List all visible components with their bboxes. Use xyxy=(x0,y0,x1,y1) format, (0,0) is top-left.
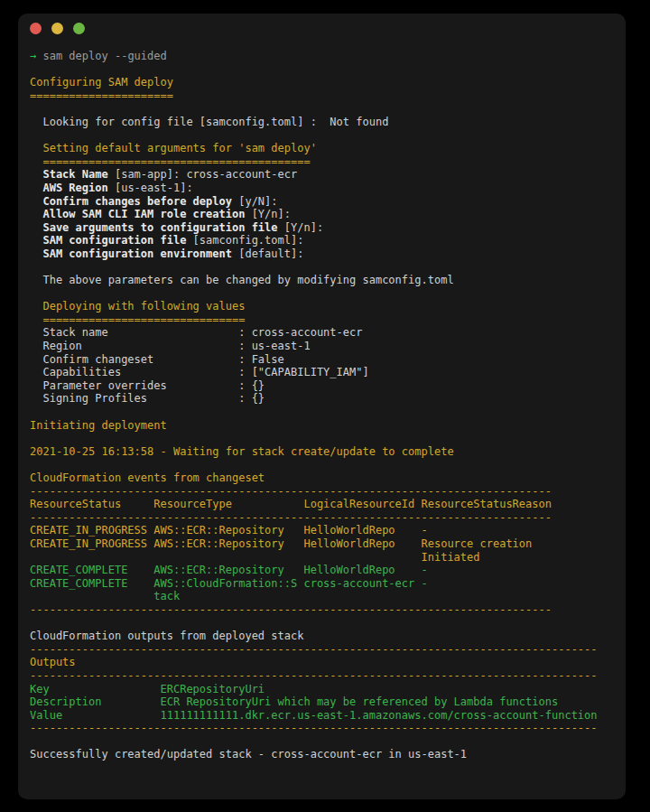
window-titlebar xyxy=(18,14,626,43)
terminal-line: Allow SAM CLI IAM role creation [Y/n]: xyxy=(30,208,291,220)
terminal-text: ----------------------------------------… xyxy=(30,722,598,734)
terminal-line: Capabilities : ["CAPABILITY_IAM"] xyxy=(30,366,369,378)
terminal-line: Description ECR RepositoryUri which may … xyxy=(30,695,558,708)
table-row: CREATE_COMPLETE AWS::ECR::Repository Hel… xyxy=(30,564,428,576)
section-title: Configuring SAM deploy xyxy=(30,76,173,89)
terminal-line: Confirm changes before deploy [y/N]: xyxy=(30,195,278,208)
terminal-text: ========================================… xyxy=(30,155,311,168)
terminal-text: Parameter overrides : {} xyxy=(30,379,265,392)
table-row: CREATE_COMPLETE AWS::CloudFormation::S c… xyxy=(30,577,428,590)
terminal-text: [sam-app]: cross-account-ecr xyxy=(108,168,298,181)
terminal-line: CREATE_COMPLETE AWS::ECR::Repository Hel… xyxy=(30,564,428,576)
table-row: CREATE_IN_PROGRESS AWS::ECR::Repository … xyxy=(30,537,532,550)
terminal-line: Initiated xyxy=(30,551,480,564)
terminal-text: Confirm changeset : False xyxy=(30,353,284,366)
terminal-line: The above parameters can be changed by m… xyxy=(30,274,454,286)
terminal-text: ----------------------------------------… xyxy=(30,511,552,524)
section-title: Initiating deployment xyxy=(30,419,167,432)
terminal-line: Configuring SAM deploy xyxy=(30,76,173,89)
terminal-line: ----------------------------------------… xyxy=(30,485,552,498)
success-message: Successfully created/updated stack - cro… xyxy=(30,748,467,761)
table-row: CREATE_IN_PROGRESS AWS::ECR::Repository … xyxy=(30,524,428,537)
terminal-line: Save arguments to configuration file [Y/… xyxy=(30,221,323,234)
table-row-continuation: tack xyxy=(30,590,180,602)
terminal-line: Initiating deployment xyxy=(30,419,167,432)
table-header: ResourceStatus ResourceType LogicalResou… xyxy=(30,498,552,510)
terminal-line: CREATE_COMPLETE AWS::CloudFormation::S c… xyxy=(30,577,428,590)
terminal-text: Stack Name xyxy=(30,168,108,181)
terminal-line: SAM configuration environment [default]: xyxy=(30,247,303,260)
terminal-text: ----------------------------------------… xyxy=(30,485,552,498)
terminal-line: Looking for config file [samconfig.toml]… xyxy=(30,116,388,128)
terminal-text: [Y/n]: xyxy=(278,221,324,234)
terminal-text: The above parameters can be changed by m… xyxy=(30,274,454,286)
output-value: Value 111111111111.dkr.ecr.us-east-1.ama… xyxy=(30,709,598,722)
terminal-text: [y/N]: xyxy=(232,195,278,208)
terminal-text: [us-east-1]: xyxy=(108,182,193,194)
terminal-line: =============================== xyxy=(30,313,245,326)
terminal-text: Confirm changes before deploy xyxy=(30,195,232,208)
terminal-text: Looking for config file [samconfig.toml]… xyxy=(30,116,388,128)
section-title: Deploying with following values xyxy=(30,300,245,313)
terminal-line: Value 111111111111.dkr.ecr.us-east-1.ama… xyxy=(30,709,598,722)
terminal-line: Stack name : cross-account-ecr xyxy=(30,326,362,339)
terminal-line: 2021-10-25 16:13:58 - Waiting for stack … xyxy=(30,445,454,458)
terminal-line: Successfully created/updated stack - cro… xyxy=(30,748,467,761)
terminal-line: ----------------------------------------… xyxy=(30,643,598,656)
terminal-line: CREATE_IN_PROGRESS AWS::ECR::Repository … xyxy=(30,524,428,537)
terminal-text: Stack name : cross-account-ecr xyxy=(30,326,362,339)
terminal-line: Key ERCRepositoryUri xyxy=(30,683,265,695)
terminal-text: Signing Profiles : {} xyxy=(30,392,265,405)
output-description: Description ECR RepositoryUri which may … xyxy=(30,695,558,708)
minimize-button-icon[interactable] xyxy=(51,23,63,34)
terminal-line: AWS Region [us-east-1]: xyxy=(30,182,193,194)
terminal-line: ----------------------------------------… xyxy=(30,669,598,682)
terminal-line: CloudFormation outputs from deployed sta… xyxy=(30,630,303,642)
terminal-text: ====================== xyxy=(30,89,173,102)
terminal-line: ----------------------------------------… xyxy=(30,722,598,734)
terminal-text: ----------------------------------------… xyxy=(30,669,598,682)
terminal-text: [samconfig.toml]: xyxy=(186,234,303,247)
terminal-line: CREATE_IN_PROGRESS AWS::ECR::Repository … xyxy=(30,537,532,550)
terminal-text: AWS Region xyxy=(30,182,108,194)
terminal-line: Setting default arguments for 'sam deplo… xyxy=(30,142,317,154)
zoom-button-icon[interactable] xyxy=(73,23,85,34)
terminal-line: Signing Profiles : {} xyxy=(30,392,265,405)
terminal-window: → sam deploy --guided Configuring SAM de… xyxy=(18,14,626,799)
terminal-line: tack xyxy=(30,590,180,602)
table-row-continuation: Initiated xyxy=(30,551,480,564)
terminal-output: → sam deploy --guided Configuring SAM de… xyxy=(18,43,626,761)
terminal-line: ResourceStatus ResourceType LogicalResou… xyxy=(30,498,552,510)
terminal-line: Parameter overrides : {} xyxy=(30,379,265,392)
terminal-text: Region : us-east-1 xyxy=(30,340,311,352)
terminal-line: CloudFormation events from changeset xyxy=(30,471,265,484)
section-title: CloudFormation events from changeset xyxy=(30,471,265,484)
terminal-text: Capabilities : ["CAPABILITY_IAM"] xyxy=(30,366,369,378)
terminal-text: SAM configuration file xyxy=(30,234,186,247)
terminal-text: ----------------------------------------… xyxy=(30,603,552,616)
status-message: 2021-10-25 16:13:58 - Waiting for stack … xyxy=(30,445,454,458)
terminal-text: [Y/n]: xyxy=(245,208,291,220)
terminal-text: ----------------------------------------… xyxy=(30,643,598,656)
terminal-line: ====================== xyxy=(30,89,173,102)
output-key: Key ERCRepositoryUri xyxy=(30,683,265,695)
terminal-line: ----------------------------------------… xyxy=(30,511,552,524)
section-title: Outputs xyxy=(30,656,76,668)
terminal-line: Confirm changeset : False xyxy=(30,353,284,366)
terminal-text: Allow SAM CLI IAM role creation xyxy=(30,208,245,220)
terminal-text: [default]: xyxy=(232,247,303,260)
terminal-line: ========================================… xyxy=(30,155,311,168)
terminal-line: Outputs xyxy=(30,656,76,668)
terminal-line: → sam deploy --guided xyxy=(30,50,167,62)
terminal-line: Region : us-east-1 xyxy=(30,340,311,352)
terminal-line: SAM configuration file [samconfig.toml]: xyxy=(30,234,303,247)
close-button-icon[interactable] xyxy=(30,23,42,34)
terminal-text: Save arguments to configuration file xyxy=(30,221,278,234)
command-text: sam deploy --guided xyxy=(36,50,167,62)
terminal-text: =============================== xyxy=(30,313,245,326)
terminal-text: SAM configuration environment xyxy=(30,247,232,260)
terminal-line: ----------------------------------------… xyxy=(30,603,552,616)
terminal-line: Stack Name [sam-app]: cross-account-ecr xyxy=(30,168,297,181)
section-title: CloudFormation outputs from deployed sta… xyxy=(30,630,303,642)
terminal-line: Deploying with following values xyxy=(30,300,245,313)
